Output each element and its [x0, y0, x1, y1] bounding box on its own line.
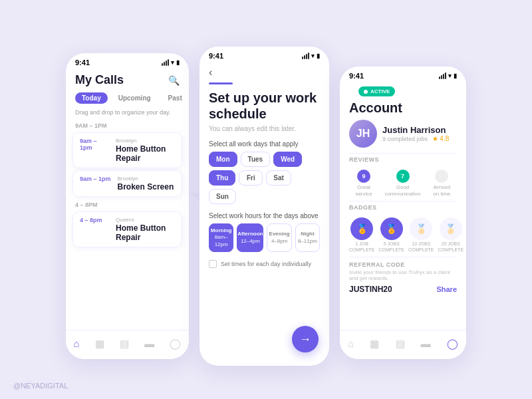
nav-chat-icon[interactable]: ▤ — [120, 338, 129, 350]
tab-today[interactable]: Today — [75, 92, 108, 104]
signal-icon-3 — [439, 72, 446, 79]
badges-row: 🏅 1 JOBCOMPLETE 🏅 5 JOBSCOMPLETE 🏅 10 JO… — [340, 213, 466, 257]
call-info-1: Brooklyn Home Button Repair — [116, 138, 175, 163]
hour-buttons-group: Morning8am–12pm Afternoon12–4pm Evening4… — [200, 223, 329, 257]
call-title-2: Broken Screen — [118, 182, 174, 192]
profile-row: JH Justin Harrison 9 completed jobs ★ 4.… — [340, 120, 466, 153]
drag-hint: Drag and drop to organize your day. — [66, 106, 189, 120]
call-info-3: Queens Home Button Repair — [116, 217, 175, 242]
checkbox-box[interactable] — [209, 260, 217, 268]
call-location-2: Brooklyn — [118, 176, 174, 182]
referral-code-row: JUSTINH20 Share — [349, 285, 457, 294]
status-bar-2: 9:41 ▾ ▮ — [200, 47, 329, 63]
active-dot — [364, 90, 368, 94]
hour-evening[interactable]: Evening4–8pm — [267, 223, 291, 252]
status-icons-3: ▾ ▮ — [439, 72, 457, 79]
day-wed[interactable]: Wed — [273, 152, 302, 167]
tab-past[interactable]: Past — [162, 92, 189, 104]
profile-name: Justin Harrison — [382, 125, 457, 135]
status-icons-1: ▾ ▮ — [162, 59, 180, 66]
day-sun[interactable]: Sun — [209, 189, 236, 204]
day-sat[interactable]: Sat — [266, 170, 291, 186]
battery-icon: ▮ — [176, 59, 180, 66]
call-card-3[interactable]: 4 – 8pm Queens Home Button Repair — [72, 211, 182, 247]
hour-afternoon[interactable]: Afternoon12–4pm — [237, 223, 263, 252]
hours-label: Select work hours for the days above — [200, 208, 329, 223]
nav-profile-icon-3[interactable]: ◯ — [447, 338, 458, 350]
hour-morning[interactable]: Morning8am–12pm — [209, 223, 233, 252]
bottom-nav-1: ⌂ ▦ ▤ ▬ ◯ — [66, 330, 189, 359]
back-button[interactable]: ‹ — [200, 63, 329, 82]
active-badge: ACTIVE — [358, 86, 395, 96]
account-title: Account — [340, 99, 466, 120]
share-button[interactable]: Share — [436, 285, 457, 293]
day-mon[interactable]: Mon — [209, 152, 237, 167]
review-comms: 7 Goodcommunication — [385, 170, 421, 197]
review-count-comms: 7 — [396, 170, 410, 183]
tab-upcoming[interactable]: Upcoming — [112, 92, 158, 104]
referral-desc: Invite your friends to use TruFyx as a c… — [349, 269, 457, 281]
nav-card-icon-3[interactable]: ▬ — [421, 338, 431, 349]
review-count-ontime — [435, 170, 448, 183]
status-bar-1: 9:41 ▾ ▮ — [66, 53, 189, 69]
day-buttons-group: Mon Tues Wed Thu Fri Sat Sun — [200, 152, 329, 208]
call-card-2[interactable]: 9am – 1pm Brooklyn Broken Screen — [72, 170, 182, 197]
reviews-row: 9 Greatservice 7 Goodcommunication Arriv… — [340, 166, 466, 201]
review-label-comms: Goodcommunication — [385, 184, 421, 197]
badge-label-4: 20 JOBSCOMPLETE — [438, 241, 464, 253]
call-row-2: 9am – 1pm Brooklyn Broken Screen — [80, 176, 175, 192]
time-block-1: 9AM – 1PM — [66, 120, 189, 130]
badge-5jobs: 🏅 5 JOBSCOMPLETE — [379, 217, 405, 253]
day-tues[interactable]: Tues — [241, 152, 271, 167]
status-time-3: 9:41 — [349, 72, 364, 80]
calls-tabs: Today Upcoming Past — [66, 90, 189, 106]
badge-label-2: 5 JOBSCOMPLETE — [379, 241, 405, 253]
badge-circle-2: 🏅 — [380, 217, 403, 240]
hour-night[interactable]: Night8–11pm — [295, 223, 320, 252]
checkbox-individual[interactable]: Set times for each day individually — [200, 257, 329, 271]
nav-card-icon[interactable]: ▬ — [144, 338, 154, 349]
call-location-1: Brooklyn — [116, 138, 175, 144]
search-icon[interactable]: 🔍 — [168, 75, 180, 86]
next-fab-button[interactable]: → — [292, 326, 319, 352]
review-count-great: 9 — [357, 170, 370, 183]
nav-home-icon[interactable]: ⌂ — [74, 338, 80, 349]
profile-info: Justin Harrison 9 completed jobs ★ 4.8 — [382, 125, 457, 142]
review-great: 9 Greatservice — [355, 170, 372, 197]
nav-calendar-icon-3[interactable]: ▦ — [370, 338, 379, 350]
nav-profile-icon[interactable]: ◯ — [170, 338, 181, 350]
day-fri[interactable]: Fri — [239, 170, 263, 186]
phone-schedule: 9:41 ▾ ▮ ‹ Set up your work schedule You… — [200, 47, 329, 366]
wifi-icon-2: ▾ — [311, 53, 315, 59]
day-thu[interactable]: Thu — [209, 170, 235, 186]
phone-account: 9:41 ▾ ▮ ACTIVE Account JH Justin Harris… — [340, 66, 466, 359]
profile-jobs: 9 completed jobs ★ 4.8 — [382, 135, 457, 142]
call-location-3: Queens — [116, 217, 175, 223]
nav-chat-icon-3[interactable]: ▤ — [396, 338, 405, 350]
review-label-great: Greatservice — [355, 184, 372, 197]
badge-circle-3: 🏅 — [410, 217, 432, 240]
badge-20jobs: 🏅 20 JOBSCOMPLETE — [438, 217, 464, 253]
mycalls-header: My Calls 🔍 — [66, 69, 189, 90]
referral-section: REFERRAL CODE Invite your friends to use… — [340, 257, 466, 294]
reviews-label: REVIEWS — [340, 154, 466, 166]
review-label-ontime: Arrivedon time — [433, 184, 450, 197]
badge-label-3: 10 JOBSCOMPLETE — [408, 241, 434, 253]
star-rating: ★ 4.8 — [432, 135, 450, 142]
wifi-icon: ▾ — [171, 59, 174, 66]
wifi-icon-3: ▾ — [448, 72, 452, 79]
active-label: ACTIVE — [370, 88, 390, 94]
referral-code: JUSTINH20 — [349, 285, 392, 294]
call-card-1[interactable]: 9am – 1pm Brooklyn Home Button Repair — [72, 132, 182, 168]
call-time-1: 9am – 1pm — [80, 138, 109, 151]
nav-calendar-icon[interactable]: ▦ — [95, 338, 104, 350]
schedule-subtext: You can always edit this later. — [200, 122, 329, 138]
battery-icon-2: ▮ — [317, 53, 320, 59]
battery-icon-3: ▮ — [454, 72, 457, 79]
call-time-3: 4 – 8pm — [80, 217, 109, 223]
phone-mycalls: 9:41 ▾ ▮ My Calls 🔍 Today Upcoming Past … — [66, 53, 189, 359]
badge-circle-4: 🏅 — [440, 217, 462, 240]
status-time-1: 9:41 — [75, 59, 90, 66]
nav-home-icon-3[interactable]: ⌂ — [348, 338, 354, 349]
select-days-label: Select all work days that apply — [200, 138, 329, 152]
